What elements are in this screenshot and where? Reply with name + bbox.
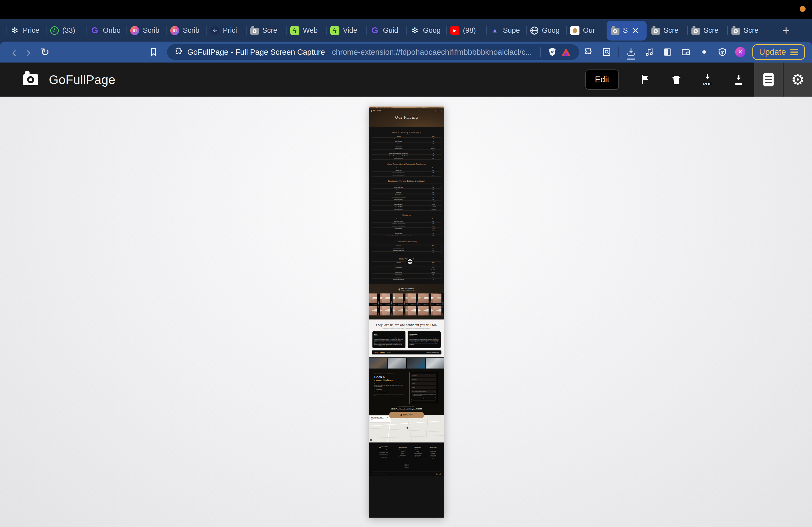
price-cell: £295	[425, 247, 441, 249]
price-column-header: Price	[425, 244, 441, 247]
browser-tab[interactable]: Scrib	[126, 19, 166, 42]
settings-button[interactable]: ⚙	[784, 62, 812, 96]
captured-page-preview[interactable]: Now Available: Same day dentures with in…	[369, 107, 444, 517]
instagram-icon[interactable]: ◎	[436, 473, 438, 475]
treatment-select[interactable]: What treatment are you interested in?⌄	[411, 390, 436, 393]
flag-button[interactable]	[638, 72, 653, 87]
site-nav-item[interactable]: About Us ⌄	[408, 110, 413, 111]
footer-link[interactable]: 9:00am - 1:30pm	[425, 454, 441, 456]
forward-icon[interactable]: ›	[26, 45, 31, 59]
leo-ai-sparkle-icon[interactable]: ✦	[699, 47, 709, 57]
browser-tab[interactable]: Scre	[647, 19, 687, 42]
footer-link[interactable]: Closed	[425, 458, 441, 460]
browser-tab[interactable]: Scre	[727, 19, 767, 42]
footer-link[interactable]: Our CQC Report	[410, 454, 425, 456]
browser-tab[interactable]: S ✕	[607, 21, 647, 41]
form-input[interactable]: Phone	[411, 382, 436, 385]
street-view-control[interactable]	[370, 439, 372, 441]
fullscreen-map-icon[interactable]: ⤢	[442, 428, 443, 430]
browser-tab[interactable]: Vide	[326, 19, 366, 42]
search-page-icon[interactable]	[601, 47, 612, 57]
browser-tab[interactable]: Prici	[206, 19, 246, 42]
consent-checkbox[interactable]	[411, 394, 412, 395]
footer-link[interactable]: Emergency Dentist	[395, 456, 410, 458]
footer-link[interactable]: Sunday & Monday	[425, 456, 441, 458]
treatment-type-label: BONDING	[404, 301, 405, 308]
browser-tab[interactable]: Web	[286, 19, 326, 42]
form-input[interactable]: First Name	[411, 374, 436, 377]
browser-tab[interactable]: Goog	[526, 19, 566, 42]
footer-link[interactable]: 9:00am - 5:00pm	[425, 451, 441, 453]
site-hero: SMILE STUDIO NOTTINGHAM HomeTreatments ⌄…	[369, 108, 444, 127]
extensions-icon[interactable]	[583, 47, 594, 57]
footer-link[interactable]: Invisalign	[395, 451, 410, 453]
footer-link[interactable]: Dental Implants	[395, 454, 410, 456]
vpn-shield-icon[interactable]	[717, 47, 728, 57]
brave-rewards-icon[interactable]	[562, 48, 570, 56]
tab-close-icon[interactable]: ✕	[632, 26, 639, 35]
site-nav-item[interactable]: Home	[396, 110, 398, 111]
directions-button[interactable]: ◆ Directions	[386, 417, 389, 421]
sidebar-icon[interactable]	[662, 47, 673, 57]
footer-link[interactable]: Quality Accreditation	[410, 452, 425, 454]
form-input[interactable]: E-mail	[411, 386, 436, 389]
file-list-button[interactable]	[754, 62, 783, 96]
footer-phone[interactable]: 0115 926 2553	[373, 456, 395, 458]
downloads-icon[interactable]	[626, 47, 636, 57]
browser-tab[interactable]: Onbo	[86, 19, 126, 42]
browser-tab[interactable]: Price	[6, 19, 46, 42]
policy-link[interactable]: Cookie Policy	[373, 467, 441, 469]
browser-tab[interactable]: Our	[566, 19, 606, 42]
booking-phone[interactable]: ✆0115 926 2553	[374, 389, 405, 390]
carousel-prev-icon[interactable]: ‹	[370, 362, 370, 364]
site-nav-item[interactable]: Contact Us	[416, 110, 420, 111]
site-nav-item[interactable]: Treatments ⌄	[400, 110, 406, 111]
booking-email[interactable]: ✉info@smilestudio-walkin.com	[374, 391, 405, 393]
reload-icon[interactable]: ↻	[41, 47, 50, 57]
brave-shields-icon[interactable]	[547, 47, 558, 57]
tab-title: Guid	[383, 26, 398, 35]
wallet-icon[interactable]	[680, 47, 691, 57]
footer-link[interactable]: Tuesday - Friday	[425, 449, 441, 451]
edit-button[interactable]: Edit	[585, 70, 619, 90]
footer-link[interactable]: Meet The Team	[410, 449, 425, 451]
browser-tab[interactable]: Goog	[406, 19, 446, 42]
footer-link[interactable]: Dentures	[395, 452, 410, 454]
browser-tab[interactable]: Supe	[486, 19, 526, 42]
google-map[interactable]: Smile Studio Walk In Centre 152 Front St…	[369, 415, 444, 442]
site-contact-button[interactable]: Contact Us	[435, 110, 442, 112]
update-button[interactable]: Update	[752, 44, 805, 60]
policy-link[interactable]: Privacy Policy	[373, 463, 441, 465]
facebook-icon[interactable]: f	[439, 473, 441, 475]
treatment-cell: Dental Implant & Zirconia Crown	[372, 201, 425, 202]
media-icon[interactable]	[644, 47, 655, 57]
read-more-link[interactable]: Read more ⌄	[411, 402, 436, 403]
browser-tab[interactable]: (98)	[446, 19, 486, 42]
gallery-grid: ▲ BEFORE ▼ AFTER BONDING ▲ BEFORE	[369, 293, 444, 316]
treatment-cell: Same day Emergency appointment (New Pati…	[372, 155, 425, 156]
chevron-down-icon: ⌄	[434, 391, 435, 392]
delete-button[interactable]	[669, 72, 684, 87]
download-image-button[interactable]	[731, 72, 746, 87]
browser-tab[interactable]: Guid	[366, 19, 406, 42]
policy-link[interactable]: CQC Report	[373, 465, 441, 467]
browser-tab[interactable]: (33)	[46, 19, 86, 42]
browser-tab[interactable]: Scre	[246, 19, 286, 42]
download-pdf-button[interactable]: PDF	[700, 72, 715, 87]
back-icon[interactable]: ‹	[12, 45, 16, 59]
view-larger-map-link[interactable]: View larger map	[371, 421, 386, 422]
footer-link[interactable]: Saturday	[425, 452, 441, 454]
bookmark-icon[interactable]	[148, 47, 159, 57]
carousel-next-icon[interactable]: ›	[443, 362, 443, 364]
browser-tab[interactable]: Scrib	[166, 19, 206, 42]
browser-tab[interactable]: Scre	[687, 19, 727, 42]
reviews-link[interactable]: Read all 150+ reviews on Google	[427, 352, 439, 353]
new-tab-button[interactable]: +	[782, 23, 790, 37]
address-bar[interactable]: GoFullPage - Full Page Screen Capture ch…	[167, 44, 579, 60]
form-input[interactable]: Last Name	[411, 378, 436, 381]
profile-avatar[interactable]: ✕	[735, 47, 745, 57]
footer-link[interactable]: Media & Press	[410, 456, 425, 458]
footer-link[interactable]: Pricing	[410, 451, 425, 453]
footer-link[interactable]: Back to homepage	[395, 449, 410, 451]
send-enquiry-button[interactable]: Send Enquiry	[411, 397, 436, 400]
